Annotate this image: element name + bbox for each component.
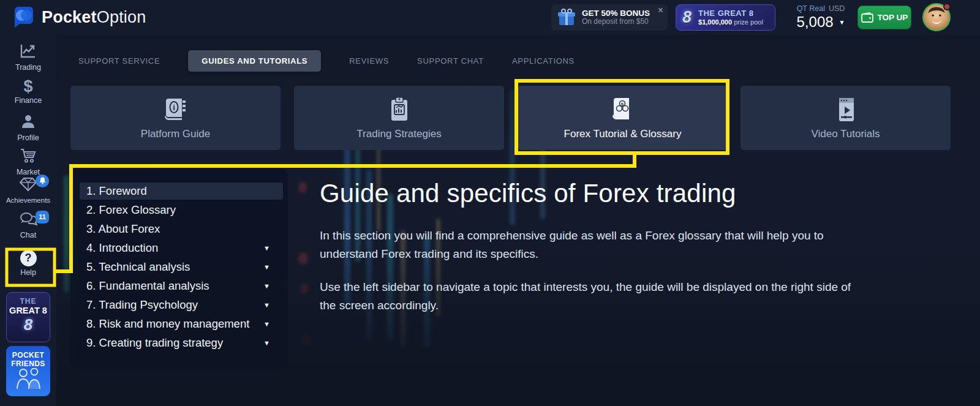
chevron-down-icon[interactable]: ▼ — [263, 296, 270, 314]
bell-icon — [39, 177, 46, 184]
book-info-icon: i — [70, 95, 281, 124]
card-label: Platform Guide — [70, 128, 281, 140]
toc-label: 1. Foreword — [86, 184, 147, 197]
pocketoption-logo-icon — [12, 6, 36, 29]
toc-item-trading-psychology[interactable]: 7. Trading Psychology▼ — [80, 296, 279, 314]
toc-label: 7. Trading Psychology — [86, 298, 198, 311]
help-question-icon: ? — [20, 250, 37, 266]
clipboard-chart-icon — [294, 95, 504, 124]
promo-line2: FRIENDS — [6, 359, 50, 368]
balance-selector[interactable]: QT RealUSD 5,008 ▼ — [789, 3, 853, 32]
account-type: QT Real — [797, 4, 825, 13]
user-icon — [20, 113, 36, 129]
great8-suffix: prize pool — [732, 18, 763, 26]
guide-paragraph-2: Use the left sidebar to navigate a topic… — [320, 278, 862, 315]
great8-figure-icon: 8 — [682, 8, 692, 27]
chat-count-badge[interactable]: 11 — [36, 211, 49, 224]
sidebar-item-trading[interactable]: Trading — [0, 43, 56, 72]
tab-guides-and-tutorials[interactable]: GUIDES AND TUTORIALS — [188, 50, 321, 72]
top-up-label: TOP UP — [878, 13, 908, 22]
great8-amount: $1,000,000 — [698, 18, 732, 26]
great8-banner[interactable]: 8 THE GREAT 8 $1,000,000 prize pool — [676, 4, 775, 31]
pocketoption-logo[interactable]: PocketOption — [12, 6, 146, 29]
toc-item-foreword[interactable]: 1. Foreword — [80, 182, 283, 200]
toc-item-technical-analysis[interactable]: 5. Technical analysis▼ — [80, 258, 279, 276]
wallet-icon — [861, 12, 873, 23]
bonus-title: GET 50% BONUS — [582, 9, 650, 18]
toc-item-forex-glossary[interactable]: 2. Forex Glossary — [80, 201, 279, 219]
book-currency-icon: $ — [518, 95, 728, 124]
guide-paragraph-1: In this section you will find a comprehe… — [320, 227, 862, 263]
logo-part1: Pocket — [42, 8, 97, 26]
friends-illustration-icon — [12, 368, 44, 389]
balance-amount: 5,008 — [797, 13, 834, 31]
top-up-button[interactable]: TOP UP — [858, 6, 911, 29]
page-title: Guide and specifics of Forex trading — [320, 179, 874, 208]
tab-support-chat[interactable]: SUPPORT CHAT — [417, 56, 484, 66]
guide-content: Guide and specifics of Forex trading In … — [320, 179, 874, 315]
chevron-down-icon[interactable]: ▼ — [263, 258, 270, 276]
toc-panel: 1. Foreword 2. Forex Glossary 3. About F… — [70, 169, 288, 369]
card-forex-tutorial-glossary[interactable]: $ Forex Tutorial & Glossary — [518, 86, 728, 150]
card-video-tutorials[interactable]: Video Tutorials — [741, 86, 951, 150]
top-header: PocketOption GET 50% BONUS On deposit fr… — [0, 0, 980, 35]
sidebar-promo-great8[interactable]: THE GREAT 8 8 — [6, 292, 50, 342]
tab-reviews[interactable]: REVIEWS — [349, 56, 389, 66]
sidebar-promo-pocket-friends[interactable]: POCKET FRIENDS — [6, 346, 50, 396]
toc-label: 2. Forex Glossary — [86, 203, 176, 216]
dollar-icon: $ — [0, 78, 56, 94]
svg-text:$: $ — [620, 102, 624, 107]
sidebar-item-profile[interactable]: Profile — [0, 113, 56, 142]
toc-label: 8. Risk and money management — [86, 317, 249, 330]
card-label: Video Tutorials — [741, 128, 951, 140]
chevron-down-icon[interactable]: ▼ — [263, 334, 270, 351]
logo-wordmark: PocketOption — [42, 8, 146, 27]
great8-title: THE GREAT 8 — [698, 9, 763, 18]
card-trading-strategies[interactable]: Trading Strategies — [294, 86, 504, 150]
sidebar-label: Achievements — [0, 197, 56, 204]
sidebar-label: Market — [0, 168, 56, 176]
toc-item-risk-money-management[interactable]: 8. Risk and money management▼ — [80, 315, 279, 333]
chevron-down-icon[interactable]: ▼ — [263, 315, 270, 333]
promo-line1: POCKET — [6, 351, 50, 359]
sidebar-label: Profile — [0, 133, 56, 142]
great8-prize: $1,000,000 prize pool — [698, 18, 763, 26]
toc-label: 4. Introduction — [86, 241, 158, 254]
promo-line1: THE — [7, 297, 50, 306]
great8-figure-icon: 8 — [7, 315, 50, 334]
sidebar-label: Trading — [0, 63, 56, 72]
toc-item-introduction[interactable]: 4. Introduction▼ — [80, 239, 279, 257]
toc-label: 6. Fundamental analysis — [86, 279, 209, 292]
tab-applications[interactable]: APPLICATIONS — [512, 56, 575, 66]
chat-bubbles-icon — [19, 211, 37, 227]
sidebar-item-market[interactable]: Market — [0, 148, 56, 176]
avatar[interactable] — [922, 3, 951, 31]
card-platform-guide[interactable]: i Platform Guide — [70, 86, 281, 150]
achievements-bell-badge[interactable] — [36, 175, 49, 187]
pocketoption-help-page: PocketOption GET 50% BONUS On deposit fr… — [0, 0, 980, 406]
card-label: Trading Strategies — [294, 128, 504, 140]
video-player-icon — [741, 95, 951, 124]
toc-item-creating-trading-strategy[interactable]: 9. Creating trading strategy▼ — [80, 334, 279, 351]
sidebar-label: Chat — [0, 231, 56, 239]
chevron-down-icon[interactable]: ▼ — [263, 277, 270, 295]
logo-part2: Option — [97, 8, 146, 26]
sidebar-item-help[interactable]: ? Help — [0, 250, 56, 277]
chevron-down-icon: ▼ — [839, 19, 845, 26]
svg-text:i: i — [173, 103, 175, 112]
tab-support-service[interactable]: SUPPORT SERVICE — [78, 56, 160, 66]
bonus-banner[interactable]: GET 50% BONUS On deposit from $50 × — [551, 4, 668, 31]
sidebar-label: Finance — [0, 96, 56, 105]
close-icon[interactable]: × — [658, 5, 663, 16]
sidebar-label: Help — [0, 268, 56, 277]
help-section-tabs: SUPPORT SERVICE GUIDES AND TUTORIALS REV… — [78, 50, 575, 72]
card-label: Forex Tutorial & Glossary — [518, 128, 728, 140]
cart-icon — [20, 148, 37, 164]
toc-item-fundamental-analysis[interactable]: 6. Fundamental analysis▼ — [80, 277, 279, 295]
bonus-subtitle: On deposit from $50 — [582, 18, 650, 26]
gift-icon — [556, 8, 577, 28]
promo-line2: GREAT 8 — [7, 306, 50, 315]
sidebar-item-finance[interactable]: $ Finance — [0, 78, 56, 105]
chevron-down-icon[interactable]: ▼ — [263, 239, 270, 257]
toc-item-about-forex[interactable]: 3. About Forex — [80, 220, 279, 238]
